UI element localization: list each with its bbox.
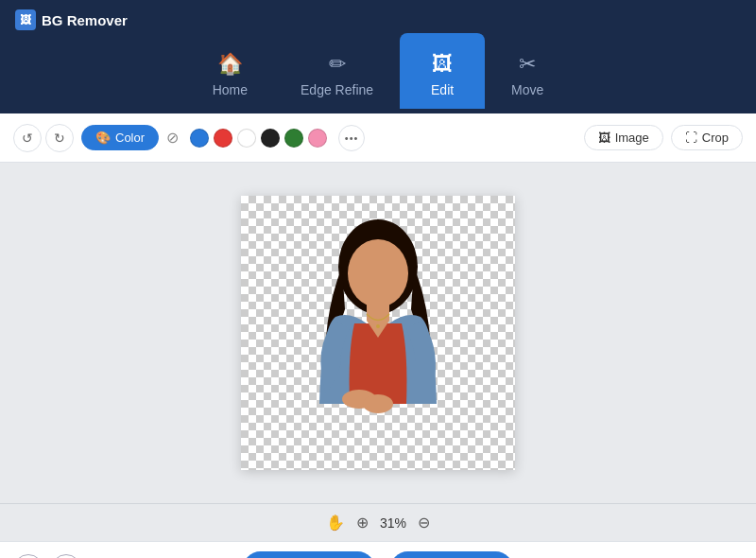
- tab-edge-refine[interactable]: ✏ Edge Refine: [274, 33, 400, 109]
- app-title-text: BG Remover: [42, 12, 128, 28]
- pan-icon[interactable]: ✋: [326, 514, 345, 532]
- app-title: 🖼 BG Remover: [15, 9, 128, 30]
- swatch-green[interactable]: [284, 129, 303, 148]
- nav-tabs: 🏠 Home ✏ Edge Refine 🖼 Edit ✂ Move: [186, 33, 571, 109]
- svg-point-1: [348, 239, 408, 307]
- tab-edge-refine-label: Edge Refine: [301, 82, 373, 97]
- crop-icon: ⛶: [685, 131, 697, 145]
- tab-move[interactable]: ✂ Move: [485, 33, 570, 109]
- color-button-label: Color: [115, 131, 145, 145]
- nav-arrows: ‹ ›: [13, 554, 81, 559]
- color-swatches: [190, 129, 327, 148]
- undo-button[interactable]: ↺: [13, 124, 42, 152]
- swatch-black[interactable]: [261, 129, 280, 148]
- color-button[interactable]: 🎨 Color: [81, 125, 159, 150]
- swatch-blue[interactable]: [190, 129, 209, 148]
- home-icon: 🏠: [217, 52, 243, 77]
- crop-button[interactable]: ⛶ Crop: [671, 125, 743, 150]
- zoom-level: 31%: [380, 515, 406, 531]
- svg-point-4: [363, 394, 393, 413]
- tab-edit-label: Edit: [431, 82, 454, 97]
- canvas-area: [0, 163, 756, 503]
- edit-icon: 🖼: [432, 52, 453, 77]
- no-color-icon[interactable]: ⊘: [166, 129, 179, 147]
- prev-button[interactable]: ‹: [13, 554, 43, 559]
- next-button[interactable]: ›: [51, 554, 81, 559]
- more-icon: •••: [345, 132, 359, 144]
- person-image: [284, 215, 472, 470]
- swatch-pink[interactable]: [308, 129, 327, 148]
- new-image-button[interactable]: New Image: [243, 551, 375, 558]
- undo-redo-group: ↺ ↻: [13, 124, 74, 152]
- zoom-controls: ✋ ⊕ 31% ⊖: [0, 503, 756, 541]
- image-button[interactable]: 🖼 Image: [584, 125, 663, 150]
- tab-move-label: Move: [511, 82, 543, 97]
- swatch-white[interactable]: [237, 129, 256, 148]
- download-button[interactable]: Download: [390, 551, 514, 558]
- top-nav: 🖼 BG Remover 🏠 Home ✏ Edge Refine 🖼 Edit…: [0, 0, 756, 113]
- move-icon: ✂: [519, 52, 536, 77]
- image-icon: 🖼: [598, 131, 610, 145]
- image-button-label: Image: [615, 131, 649, 145]
- tab-edit[interactable]: 🖼 Edit: [400, 33, 485, 109]
- tab-home[interactable]: 🏠 Home: [186, 33, 274, 109]
- more-button[interactable]: •••: [338, 125, 365, 151]
- zoom-out-icon[interactable]: ⊖: [418, 514, 430, 532]
- svg-point-5: [376, 324, 380, 328]
- swatch-red[interactable]: [214, 129, 232, 148]
- crop-button-label: Crop: [702, 131, 729, 145]
- zoom-in-icon[interactable]: ⊕: [356, 514, 369, 532]
- image-frame: [241, 196, 515, 470]
- app-icon: 🖼: [15, 9, 36, 30]
- toolbar: ↺ ↻ 🎨 Color ⊘ ••• 🖼 Image ⛶ Crop: [0, 113, 756, 163]
- redo-button[interactable]: ↻: [45, 124, 74, 152]
- color-palette-icon: 🎨: [95, 131, 111, 145]
- tab-home-label: Home: [213, 82, 248, 97]
- edge-refine-icon: ✏: [329, 52, 346, 77]
- bottom-footer: ‹ › New Image Download: [0, 541, 756, 558]
